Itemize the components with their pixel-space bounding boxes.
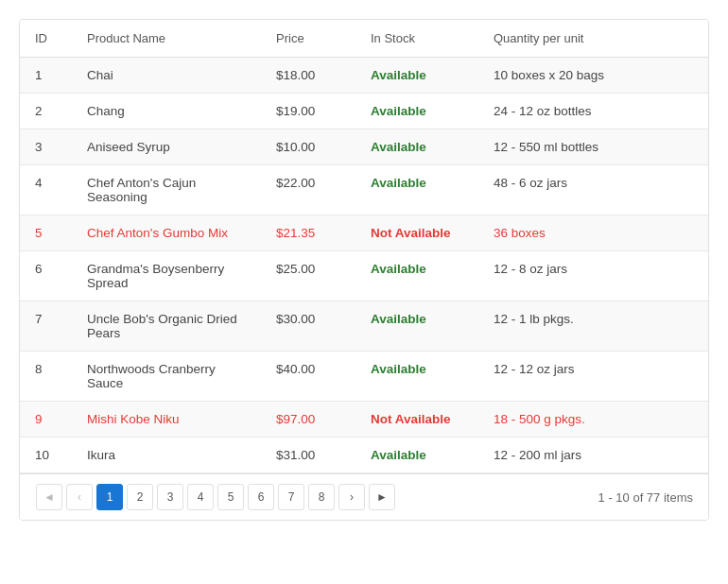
next-page-button[interactable]: ›	[338, 484, 365, 510]
product-table-container: ID Product Name Price In Stock Quantity …	[19, 19, 709, 521]
cell-stock: Not Available	[355, 402, 478, 438]
cell-qty: 12 - 550 ml bottles	[478, 129, 708, 165]
cell-name: Northwoods Cranberry Sauce	[72, 352, 261, 402]
cell-name: Uncle Bob's Organic Dried Pears	[72, 301, 261, 352]
cell-id: 9	[20, 402, 72, 438]
cell-id: 6	[20, 251, 72, 301]
col-header-name: Product Name	[72, 20, 261, 58]
table-body: 1Chai$18.00Available10 boxes x 20 bags2C…	[20, 58, 708, 473]
table-row: 2Chang$19.00Available24 - 12 oz bottles	[20, 94, 708, 129]
prev-page-button[interactable]: ‹	[66, 484, 93, 510]
page-number-buttons: 12345678	[95, 484, 336, 510]
cell-id: 5	[20, 215, 72, 251]
cell-qty: 12 - 200 ml jars	[478, 438, 708, 473]
cell-id: 8	[20, 352, 72, 402]
cell-stock: Available	[355, 165, 478, 215]
cell-stock: Available	[355, 301, 478, 352]
cell-id: 10	[20, 438, 72, 473]
cell-qty: 12 - 1 lb pkgs.	[478, 301, 708, 352]
cell-name: Ikura	[72, 438, 261, 473]
cell-qty: 12 - 12 oz jars	[478, 352, 708, 402]
not-available-badge: Not Available	[371, 226, 451, 240]
cell-price: $18.00	[261, 58, 355, 94]
cell-stock: Available	[355, 251, 478, 301]
table-row: 6Grandma's Boysenberry Spread$25.00Avail…	[20, 251, 708, 301]
cell-price: $25.00	[261, 251, 355, 301]
page-button-8[interactable]: 8	[308, 484, 335, 510]
table-row: 4Chef Anton's Cajun Seasoning$22.00Avail…	[20, 165, 708, 215]
available-badge: Available	[371, 262, 426, 276]
cell-price: $30.00	[261, 301, 355, 352]
cell-qty: 10 boxes x 20 bags	[478, 58, 708, 94]
cell-price: $22.00	[261, 165, 355, 215]
cell-qty: 18 - 500 g pkgs.	[478, 402, 708, 438]
page-button-5[interactable]: 5	[217, 484, 244, 510]
cell-qty: 36 boxes	[478, 215, 708, 251]
table-row: 8Northwoods Cranberry Sauce$40.00Availab…	[20, 352, 708, 402]
col-header-price: Price	[261, 20, 355, 58]
table-header: ID Product Name Price In Stock Quantity …	[20, 20, 708, 58]
cell-stock: Available	[355, 352, 478, 402]
cell-price: $19.00	[261, 94, 355, 129]
cell-price: $97.00	[261, 402, 355, 438]
available-badge: Available	[371, 176, 426, 190]
cell-name: Chef Anton's Cajun Seasoning	[72, 165, 261, 215]
cell-id: 1	[20, 58, 72, 94]
table-row: 1Chai$18.00Available10 boxes x 20 bags	[20, 58, 708, 94]
cell-id: 7	[20, 301, 72, 352]
page-button-4[interactable]: 4	[187, 484, 214, 510]
cell-id: 4	[20, 165, 72, 215]
pagination: ◄ ‹ 12345678 › ► 1 - 10 of 77 items	[20, 473, 708, 520]
cell-price: $40.00	[261, 352, 355, 402]
available-badge: Available	[371, 312, 426, 326]
table-row: 9Mishi Kobe Niku$97.00Not Available18 - …	[20, 402, 708, 438]
page-button-7[interactable]: 7	[278, 484, 304, 510]
cell-name: Chai	[72, 58, 261, 94]
cell-name: Aniseed Syrup	[72, 129, 261, 165]
available-badge: Available	[371, 140, 426, 154]
cell-price: $21.35	[261, 215, 355, 251]
page-button-2[interactable]: 2	[127, 484, 153, 510]
cell-name: Chang	[72, 94, 261, 129]
product-table: ID Product Name Price In Stock Quantity …	[20, 20, 708, 473]
page-button-3[interactable]: 3	[157, 484, 183, 510]
cell-stock: Available	[355, 94, 478, 129]
col-header-id: ID	[20, 20, 72, 58]
cell-id: 3	[20, 129, 72, 165]
pagination-info: 1 - 10 of 77 items	[598, 490, 693, 505]
page-button-1[interactable]: 1	[96, 484, 123, 510]
page-button-6[interactable]: 6	[248, 484, 274, 510]
first-page-button[interactable]: ◄	[36, 484, 62, 510]
not-available-badge: Not Available	[371, 412, 451, 426]
cell-name: Grandma's Boysenberry Spread	[72, 251, 261, 301]
cell-price: $31.00	[261, 438, 355, 473]
col-header-stock: In Stock	[355, 20, 478, 58]
cell-id: 2	[20, 94, 72, 129]
table-row: 3Aniseed Syrup$10.00Available12 - 550 ml…	[20, 129, 708, 165]
cell-stock: Available	[355, 58, 478, 94]
last-page-button[interactable]: ►	[369, 484, 395, 510]
table-row: 7Uncle Bob's Organic Dried Pears$30.00Av…	[20, 301, 708, 352]
table-row: 5Chef Anton's Gumbo Mix$21.35Not Availab…	[20, 215, 708, 251]
cell-name: Chef Anton's Gumbo Mix	[72, 215, 261, 251]
cell-name: Mishi Kobe Niku	[72, 402, 261, 438]
col-header-qty: Quantity per unit	[478, 20, 708, 58]
available-badge: Available	[371, 448, 426, 462]
available-badge: Available	[371, 362, 426, 376]
cell-qty: 12 - 8 oz jars	[478, 251, 708, 301]
cell-stock: Available	[355, 129, 478, 165]
header-row: ID Product Name Price In Stock Quantity …	[20, 20, 708, 58]
table-row: 10Ikura$31.00Available12 - 200 ml jars	[20, 438, 708, 473]
cell-price: $10.00	[261, 129, 355, 165]
cell-qty: 24 - 12 oz bottles	[478, 94, 708, 129]
cell-stock: Available	[355, 438, 478, 473]
available-badge: Available	[371, 68, 426, 82]
cell-qty: 48 - 6 oz jars	[478, 165, 708, 215]
available-badge: Available	[371, 104, 426, 118]
pagination-controls: ◄ ‹ 12345678 › ►	[35, 484, 396, 510]
cell-stock: Not Available	[355, 215, 478, 251]
